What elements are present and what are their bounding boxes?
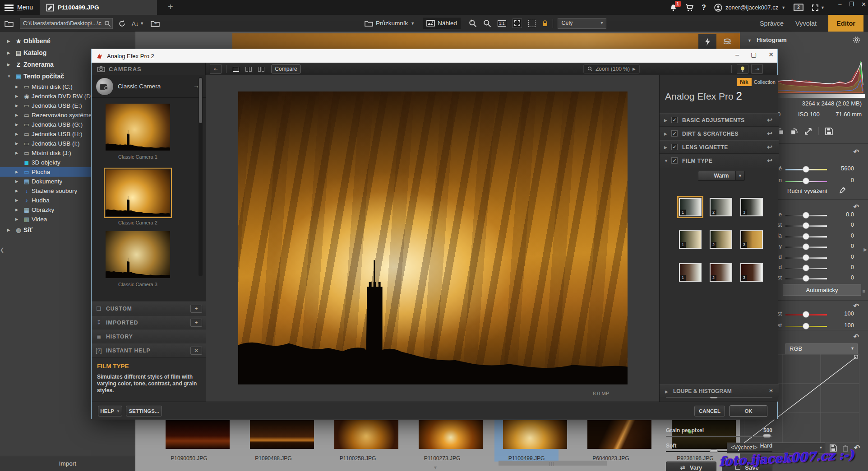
reset-color-icon[interactable]: ↶ [853,302,859,310]
rotate-right-button[interactable] [790,128,798,135]
twisty-icon[interactable]: ▶ [664,145,667,150]
section-checkbox[interactable]: ✓ [671,157,678,164]
accordion-section[interactable]: ↧ IMPORTED + [92,316,206,329]
filmstrip-scrollbar[interactable]: ||| [499,461,607,466]
view-split-button[interactable] [243,64,254,73]
workspace-manager-button[interactable]: Správce [760,20,784,27]
save-button[interactable] [825,128,833,135]
window-close-button[interactable]: ✕ [861,1,866,8]
slider-knob[interactable] [803,311,809,318]
twisty-icon[interactable]: ▶ [15,151,22,155]
selection-frame-button[interactable] [528,20,536,27]
hamburger-menu-icon[interactable] [5,3,14,11]
adjustment-section[interactable]: ▶ ✓ BASIC ADJUSTMENTS ↩ [660,113,779,127]
accordion-section[interactable]: ≣ HISTORY [92,329,206,343]
eyedropper-icon[interactable] [839,187,846,194]
twisty-icon[interactable]: ▼ [7,74,14,78]
filmstrip-item[interactable]: P1100273.JPG [410,417,474,462]
slider-thumb[interactable] [763,434,771,438]
lamp-toggle-button[interactable] [737,64,748,74]
new-folder-button[interactable]: + [151,18,157,29]
slider-track[interactable] [666,451,772,452]
film-swatch[interactable]: 3 [740,230,763,249]
path-input[interactable] [20,18,113,29]
compare-button[interactable]: Compare [271,64,301,73]
second-display-button[interactable]: 2 [794,4,803,11]
new-tab-button[interactable]: + [168,2,173,12]
camera-group-header[interactable]: Classic Camera → [92,75,206,98]
twisty-icon[interactable]: ▶ [15,104,22,108]
view-sidebyside-button[interactable] [256,64,267,73]
panel-scrollbar-grip[interactable]: ≡ [863,288,865,294]
twisty-icon[interactable]: ▶ [664,118,667,123]
accordion-section[interactable]: ❏ CUSTOM + [92,302,206,316]
manual-white-balance[interactable]: Ruční vyvážení [787,187,827,194]
sort-button[interactable]: A↓▼ [132,18,144,29]
fullscreen-button[interactable]: ▼ [812,4,825,11]
account-menu[interactable]: zoner@ijacek007.cz ▼ [714,4,785,12]
tree-item[interactable]: ▶ ★ Oblíbené [0,35,135,47]
slider-knob[interactable] [803,222,809,229]
adjustment-section[interactable]: ▶ ✓ DIRT & SCRATCHES ↩ [660,127,779,140]
filmstrip-item[interactable]: P1100258.JPG [326,417,390,462]
slider-knob[interactable] [803,254,809,261]
help-button[interactable]: ? [702,4,706,12]
film-swatch[interactable]: 2 [710,263,732,282]
reset-tone-icon[interactable]: ↶ [853,203,859,211]
twisty-icon[interactable]: ▶ [7,63,14,67]
photo-preview[interactable] [238,91,628,384]
add-button[interactable]: + [190,319,202,327]
camera-preset-item[interactable]: Classic Camera 3 [106,231,170,287]
section-checkbox[interactable]: ✓ [671,144,678,150]
adjustment-section[interactable]: ▶ ✓ LENS VIGNETTE ↩ [660,140,779,154]
twisty-icon[interactable]: ▶ [15,113,22,117]
slider-knob[interactable] [803,212,809,219]
loupe-histogram-section[interactable]: ▶ LOUPE & HISTOGRAM ✶ [660,384,779,397]
fit-to-window-button[interactable] [512,18,522,28]
dialog-zoom-control[interactable]: Zoom (100 %) ▶ [583,64,640,73]
twisty-icon[interactable]: ▶ [15,142,22,146]
dock-right-panel-button[interactable]: ⇥ [751,64,763,74]
twisty-icon[interactable]: ▶ [15,123,22,127]
help-menu-button[interactable]: HELP▼ [98,406,122,416]
twisty-icon[interactable]: ▶ [15,170,22,174]
close-button[interactable]: ✕ [190,347,202,355]
dialog-maximize-button[interactable]: ▢ [751,51,757,58]
film-swatch[interactable]: 2 [710,198,732,216]
zoom-mode-select[interactable]: Celý [558,18,606,29]
add-button[interactable]: + [190,305,202,313]
camera-preset-item[interactable]: Classic Camera 1 [106,104,170,160]
twisty-icon[interactable]: ▶ [15,189,22,193]
twisty-icon[interactable]: ▼ [664,159,668,163]
pin-icon[interactable]: ✶ [769,388,773,394]
auto-adjust-button[interactable]: Automaticky [783,284,861,296]
lock-icon[interactable] [542,20,548,27]
twisty-icon[interactable]: ▶ [15,132,22,136]
section-reset-icon[interactable]: ↩ [767,157,772,164]
cancel-button[interactable]: CANCEL [694,406,725,416]
film-swatch[interactable]: 2 [710,230,732,249]
notifications-button[interactable]: 1 [669,4,677,11]
twisty-icon[interactable]: ▶ [7,228,14,232]
film-swatch[interactable]: 3 [740,263,763,282]
twisty-icon[interactable]: ▶ [7,39,14,43]
curve-channel-select[interactable]: RGB [785,343,858,354]
resize-button[interactable] [804,128,812,135]
view-single-button[interactable] [231,64,241,73]
section-reset-icon[interactable]: ↩ [767,143,772,151]
settings-button[interactable]: SETTINGS... [126,406,162,416]
slider-knob[interactable] [803,233,809,240]
section-checkbox[interactable]: ✓ [671,117,678,123]
twisty-icon[interactable]: ▶ [15,208,22,212]
dock-panel-button[interactable]: ⇤ [210,64,222,74]
menu-button[interactable]: Menu [17,4,33,11]
slider-knob[interactable] [803,265,809,271]
dialog-titlebar[interactable]: Analog Efex Pro 2 – ▢ ✕ [92,49,777,63]
section-reset-icon[interactable]: ↩ [767,130,772,137]
panel-collapse-arrow[interactable]: ❮ [0,247,4,253]
cameras-panel-header[interactable]: CAMERAS [92,63,206,75]
preview-mode-button[interactable]: Náhled [423,18,461,29]
vary-button[interactable]: ⇄ Vary [666,462,716,471]
document-tab[interactable]: P1100499.JPG [40,0,157,15]
explorer-mode-button[interactable]: Průzkumník ▼ [361,18,418,29]
